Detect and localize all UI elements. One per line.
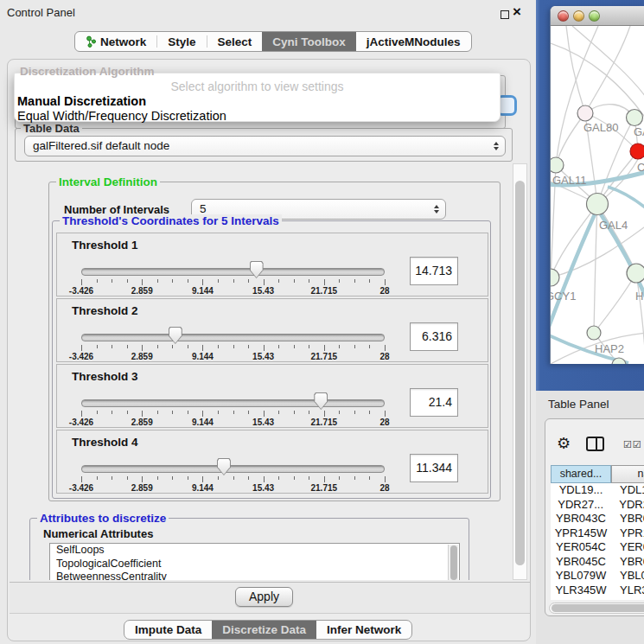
panel-title: Control Panel: [7, 6, 75, 19]
network-edge[interactable]: [556, 26, 598, 165]
tab-label: Discretize Data: [222, 623, 306, 636]
bottom-tab-bar: Impute DataDiscretize DataInfer Network: [124, 620, 412, 640]
network-node-gal4-node[interactable]: [587, 194, 609, 215]
attribute-item-selfloops[interactable]: SelfLoops: [50, 544, 459, 558]
tick-mark: [233, 476, 234, 480]
attributes-list-scrollbar[interactable]: [448, 545, 458, 580]
network-node-h-node[interactable]: [627, 264, 644, 283]
tab-select[interactable]: Select: [207, 32, 263, 51]
table-row[interactable]: YBR043CYBR0: [551, 512, 644, 526]
tick-mark: [81, 345, 82, 351]
mac-minimize-icon[interactable]: [573, 10, 584, 22]
table-data-title: Table Data: [21, 122, 82, 135]
tick-label: 21.715: [305, 286, 343, 296]
checkbox-icons[interactable]: ☑☑: [623, 439, 642, 450]
tick-mark: [157, 345, 158, 348]
combo-spinner-icon[interactable]: [434, 205, 439, 214]
columns-icon[interactable]: [586, 437, 604, 451]
threshold-slider-track[interactable]: [81, 268, 385, 276]
tick-mark: [112, 411, 112, 414]
apply-bar: Apply: [10, 582, 530, 614]
close-icon[interactable]: ×: [513, 3, 521, 21]
tick-mark: [172, 345, 173, 348]
tab-network[interactable]: Network: [75, 32, 156, 51]
column-header-na[interactable]: na: [611, 465, 644, 483]
tab-impute-data[interactable]: Impute Data: [124, 621, 212, 639]
tick-mark: [172, 476, 173, 480]
tab-infer-network[interactable]: Infer Network: [316, 621, 411, 639]
threshold-slider-thumb[interactable]: [314, 392, 328, 410]
tick-mark: [339, 411, 340, 414]
network-edge[interactable]: [594, 204, 597, 333]
tick-mark: [385, 411, 386, 417]
tick-mark: [294, 476, 295, 480]
scrollbar-thumb[interactable]: [450, 545, 457, 580]
threshold-slider-track[interactable]: [81, 399, 385, 407]
table-row[interactable]: YDL19...YDL1: [551, 483, 644, 498]
scrollbar-thumb[interactable]: [515, 181, 525, 565]
network-canvas[interactable]: GAL80GACGAL11GAL4GCY1HHAP2: [551, 26, 644, 364]
tab-style[interactable]: Style: [157, 32, 206, 51]
tab-jactivemnodules[interactable]: jActiveMNodules: [356, 32, 471, 51]
tick-mark: [142, 279, 143, 285]
network-node-gal80-node[interactable]: [577, 105, 593, 121]
column-header-shared-[interactable]: shared...: [551, 465, 611, 483]
table-row[interactable]: YDR27...YDR2: [551, 498, 644, 513]
network-node-hap2-node[interactable]: [587, 326, 601, 340]
tick-mark: [248, 279, 249, 283]
threshold-slider-thumb[interactable]: [169, 327, 182, 344]
attribute-item-topologicalcoefficient[interactable]: TopologicalCoefficient: [50, 558, 459, 571]
network-node-red-node[interactable]: [630, 143, 644, 159]
threshold-value-field[interactable]: 6.316: [410, 322, 458, 351]
tick-label: -3.426: [62, 286, 100, 296]
tick-mark: [157, 279, 158, 283]
combo-spinner-icon[interactable]: [494, 142, 499, 150]
network-node-gcy1-node[interactable]: [551, 269, 559, 286]
thresholds-group-title: Threshold's Coordinates for 5 Intervals: [60, 214, 282, 227]
threshold-value-field[interactable]: 11.344: [410, 454, 458, 482]
node-label-h: H: [635, 290, 643, 303]
threshold-slider-thumb[interactable]: [217, 458, 231, 475]
tick-mark: [339, 345, 340, 348]
threshold-slider-track[interactable]: [81, 465, 385, 473]
network-edge[interactable]: [594, 273, 636, 333]
threshold-panel: Threshold 3-3.4262.8599.14415.4321.71528…: [56, 364, 488, 428]
table-row[interactable]: YER054CYER0: [551, 540, 644, 555]
node-label-hap2: HAP2: [595, 342, 624, 355]
tick-mark: [188, 476, 188, 480]
table-horizontal-scrollbar[interactable]: [549, 603, 644, 614]
network-node-gal11-node[interactable]: [551, 157, 564, 173]
table-row[interactable]: YBL079WYBL0: [551, 569, 644, 583]
mac-zoom-icon[interactable]: [589, 10, 600, 22]
network-window-titlebar[interactable]: [551, 6, 644, 26]
network-node-top-right-node[interactable]: [627, 110, 643, 126]
tick-mark: [248, 476, 249, 480]
panel-vertical-scrollbar[interactable]: [513, 163, 527, 580]
threshold-value-field[interactable]: 21.4: [410, 388, 458, 417]
algorithm-option-manual-discretization[interactable]: Manual Discretization: [17, 94, 146, 108]
tab-discretize-data[interactable]: Discretize Data: [212, 621, 316, 639]
table-row[interactable]: YPR145WYPR1: [551, 526, 644, 541]
table-row[interactable]: YIL052CYIL0: [551, 597, 644, 600]
tick-label: 28: [366, 352, 404, 361]
table-row[interactable]: YLR345WYLR3: [551, 583, 644, 598]
cell-shared-name: YDR27...: [551, 498, 610, 513]
threshold-slider-track[interactable]: [81, 334, 385, 341]
numerical-attributes-list[interactable]: SelfLoopsTopologicalCoefficientBetweenne…: [49, 543, 460, 580]
gear-icon[interactable]: ⚙: [557, 434, 571, 452]
scrollbar-thumb[interactable]: [552, 604, 644, 612]
attribute-item-betweennesscentrality[interactable]: BetweennessCentrality: [50, 571, 459, 580]
tick-label: 21.715: [305, 352, 343, 361]
network-edge[interactable]: [551, 43, 644, 121]
screen: Control Panel × NetworkStyleSelectCyni T…: [0, 0, 644, 644]
apply-button[interactable]: Apply: [235, 587, 293, 607]
mac-close-icon[interactable]: [558, 10, 569, 22]
float-window-icon[interactable]: [501, 10, 509, 19]
node-label-gal11: GAL11: [552, 174, 587, 187]
table-row[interactable]: YBR045CYBR0: [551, 555, 644, 570]
threshold-slider-thumb[interactable]: [250, 261, 264, 278]
threshold-value-field[interactable]: 14.713: [410, 257, 458, 285]
algorithm-option-equal-width-frequency-discretization[interactable]: Equal Width/Frequency Discretization: [17, 109, 226, 123]
table-data-combo[interactable]: galFiltered.sif default node: [24, 136, 506, 156]
tab-cyni-toolbox[interactable]: Cyni Toolbox: [262, 32, 356, 51]
